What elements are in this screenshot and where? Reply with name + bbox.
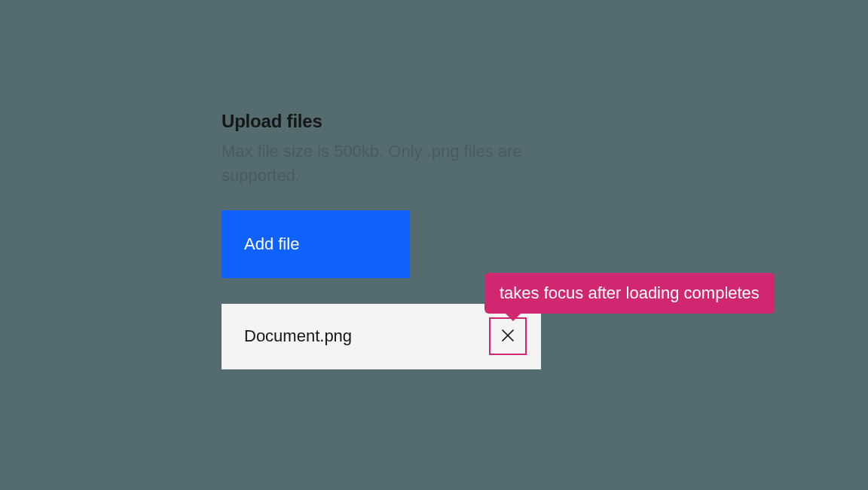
tooltip-text: takes focus after loading completes (500, 283, 760, 302)
add-file-button[interactable]: Add file (222, 210, 410, 278)
focus-tooltip: takes focus after loading completes (484, 273, 775, 314)
upload-description: Max file size is 500kb. Only .png files … (222, 139, 523, 188)
file-name: Document.png (244, 326, 352, 346)
add-file-label: Add file (244, 234, 299, 254)
close-icon (500, 328, 515, 345)
upload-panel: Upload files Max file size is 500kb. Onl… (222, 111, 541, 369)
upload-title: Upload files (222, 111, 541, 132)
